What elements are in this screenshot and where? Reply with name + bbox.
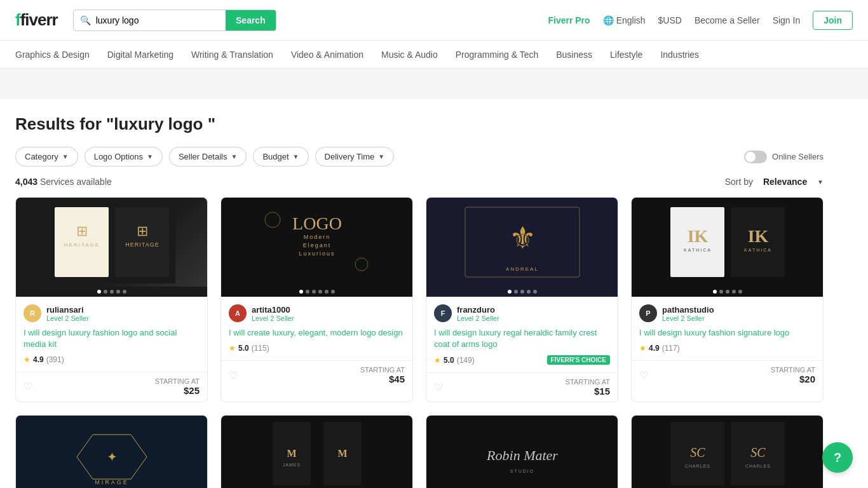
seller-info-2: A artita1000 Level 2 Seller bbox=[229, 304, 405, 322]
card-footer-1: ♡ STARTING AT $25 bbox=[16, 372, 207, 401]
nav-lifestyle[interactable]: Lifestyle bbox=[610, 42, 642, 67]
main-content: Results for "luxury logo " Category ▼ Lo… bbox=[0, 99, 839, 488]
svg-text:Modern: Modern bbox=[303, 234, 330, 240]
svg-text:JAMES: JAMES bbox=[282, 463, 300, 467]
cards-grid: ⊞ HERITAGE ⊞ HERITAGE R ruliansari bbox=[15, 197, 824, 488]
rating-row-2: ★ 5.0 (115) bbox=[229, 344, 405, 353]
fiverr-pro-link[interactable]: Fiverr Pro bbox=[548, 15, 590, 25]
card-image-6: M JAMES M bbox=[221, 416, 412, 488]
svg-text:SC: SC bbox=[690, 445, 705, 459]
service-card-6[interactable]: M JAMES M bbox=[220, 415, 413, 488]
card-image-4: IK KATHICA IK KATHICA bbox=[632, 198, 823, 287]
nav-music-audio[interactable]: Music & Audio bbox=[381, 42, 438, 67]
filters-row: Category ▼ Logo Options ▼ Seller Details… bbox=[15, 147, 824, 166]
card-image-3: ⚜ ANDREAL bbox=[426, 198, 618, 287]
seller-level-3: Level 2 Seller bbox=[457, 315, 499, 322]
service-card-7[interactable]: Robin Mater STUDIO bbox=[426, 415, 618, 488]
svg-text:CHARLES: CHARLES bbox=[745, 464, 770, 468]
svg-text:KATHICA: KATHICA bbox=[684, 248, 712, 252]
svg-text:LOGO: LOGO bbox=[292, 214, 342, 233]
nav-business[interactable]: Business bbox=[556, 42, 592, 67]
star-icon-2: ★ bbox=[229, 344, 236, 353]
nav-video-animation[interactable]: Video & Animation bbox=[291, 42, 363, 67]
svg-text:✦: ✦ bbox=[106, 450, 117, 464]
svg-text:⊞: ⊞ bbox=[137, 223, 148, 239]
category-nav: Graphics & Design Digital Marketing Writ… bbox=[0, 41, 868, 69]
card-image-2: LOGO Modern Elegant Luxurious bbox=[221, 198, 412, 287]
svg-text:HERITAGE: HERITAGE bbox=[64, 242, 99, 248]
svg-text:IK: IK bbox=[747, 226, 768, 246]
seller-details-filter[interactable]: Seller Details ▼ bbox=[169, 147, 247, 166]
service-card-1[interactable]: ⊞ HERITAGE ⊞ HERITAGE R ruliansari bbox=[15, 197, 208, 402]
logo-options-filter[interactable]: Logo Options ▼ bbox=[85, 147, 163, 166]
seller-info-4: P pathanstudio Level 2 Seller bbox=[639, 304, 815, 322]
card-body-4: P pathanstudio Level 2 Seller I will des… bbox=[632, 297, 823, 360]
nav-digital-marketing[interactable]: Digital Marketing bbox=[107, 42, 173, 67]
card-image-1: ⊞ HERITAGE ⊞ HERITAGE bbox=[16, 198, 207, 287]
card-footer-3: ♡ STARTING AT $15 bbox=[426, 372, 618, 402]
logo[interactable]: ffiverr bbox=[15, 10, 58, 30]
service-card-5[interactable]: ✦ MIRAGE bbox=[15, 415, 208, 488]
help-button[interactable]: ? bbox=[822, 442, 853, 473]
search-bar: 🔍 Search bbox=[73, 10, 276, 31]
join-button[interactable]: Join bbox=[813, 11, 853, 30]
search-input[interactable] bbox=[91, 10, 226, 30]
nav-writing-translation[interactable]: Writing & Translation bbox=[191, 42, 273, 67]
svg-text:KATHICA: KATHICA bbox=[744, 248, 772, 252]
service-card-3[interactable]: ⚜ ANDREAL F franzduro Level 2 Seller bbox=[426, 197, 618, 402]
seller-level-2: Level 2 Seller bbox=[252, 315, 294, 322]
star-icon-4: ★ bbox=[639, 344, 646, 353]
sort-by[interactable]: Sort by Relevance ▼ bbox=[725, 177, 824, 187]
budget-filter[interactable]: Budget ▼ bbox=[253, 147, 308, 166]
toggle-knob bbox=[745, 152, 756, 162]
star-icon-1: ★ bbox=[24, 355, 31, 364]
category-filter[interactable]: Category ▼ bbox=[15, 147, 78, 166]
svg-text:MIRAGE: MIRAGE bbox=[95, 479, 129, 485]
globe-icon: 🌐 bbox=[603, 15, 614, 25]
avatar-4: P bbox=[639, 304, 657, 322]
avatar-2: A bbox=[229, 304, 247, 322]
search-button[interactable]: Search bbox=[226, 10, 276, 30]
svg-text:SC: SC bbox=[750, 445, 766, 459]
hero-banner bbox=[0, 69, 868, 99]
seller-name-3: franzduro bbox=[457, 305, 499, 315]
service-card-2[interactable]: LOGO Modern Elegant Luxurious A bbox=[220, 197, 413, 402]
seller-name-2: artita1000 bbox=[252, 305, 294, 315]
online-sellers-toggle[interactable] bbox=[744, 151, 767, 163]
language-selector[interactable]: 🌐 English bbox=[603, 15, 646, 25]
favorite-icon-3[interactable]: ♡ bbox=[434, 381, 443, 393]
seller-info-1: R ruliansari Level 2 Seller bbox=[24, 304, 200, 322]
seller-name-4: pathanstudio bbox=[662, 305, 714, 315]
seller-info-3: F franzduro Level 2 Seller bbox=[434, 304, 610, 322]
favorite-icon-2[interactable]: ♡ bbox=[229, 369, 238, 381]
card-footer-4: ♡ STARTING AT $20 bbox=[632, 360, 823, 390]
svg-text:⚜: ⚜ bbox=[508, 221, 536, 255]
card-title-4: I will design luxury fashion signature l… bbox=[639, 327, 815, 339]
favorite-icon-1[interactable]: ♡ bbox=[24, 381, 32, 393]
nav-graphics-design[interactable]: Graphics & Design bbox=[15, 42, 90, 67]
service-card-4[interactable]: IK KATHICA IK KATHICA P pathanstudi bbox=[631, 197, 824, 402]
svg-text:STUDIO: STUDIO bbox=[510, 469, 534, 473]
services-row: 4,043 Services available Sort by Relevan… bbox=[15, 177, 824, 187]
sign-in-link[interactable]: Sign In bbox=[773, 15, 801, 25]
svg-text:⊞: ⊞ bbox=[76, 223, 88, 239]
currency-selector[interactable]: $USD bbox=[658, 15, 682, 25]
service-card-8[interactable]: SC CHARLES SC CHARLES bbox=[631, 415, 824, 488]
services-count: 4,043 Services available bbox=[15, 177, 112, 187]
nav-programming-tech[interactable]: Programming & Tech bbox=[456, 42, 538, 67]
svg-text:HERITAGE: HERITAGE bbox=[125, 241, 159, 248]
favorite-icon-4[interactable]: ♡ bbox=[639, 369, 648, 381]
delivery-time-filter[interactable]: Delivery Time ▼ bbox=[315, 147, 395, 166]
card-image-5: ✦ MIRAGE bbox=[16, 416, 207, 488]
fiverrs-choice-badge: FIVERR'S CHOICE bbox=[547, 355, 610, 365]
card-image-8: SC CHARLES SC CHARLES bbox=[632, 416, 823, 488]
online-sellers-label: Online Sellers bbox=[772, 152, 824, 161]
nav-industries[interactable]: Industries bbox=[660, 42, 699, 67]
card-image-7: Robin Mater STUDIO bbox=[426, 416, 618, 488]
header-nav: Fiverr Pro 🌐 English $USD Become a Selle… bbox=[548, 11, 853, 30]
seller-name-1: ruliansari bbox=[46, 305, 89, 315]
become-seller-link[interactable]: Become a Seller bbox=[695, 15, 760, 25]
rating-row-1: ★ 4.9 (391) bbox=[24, 355, 200, 364]
svg-text:ANDREAL: ANDREAL bbox=[506, 266, 539, 272]
online-sellers-toggle-area: Online Sellers bbox=[744, 151, 824, 163]
